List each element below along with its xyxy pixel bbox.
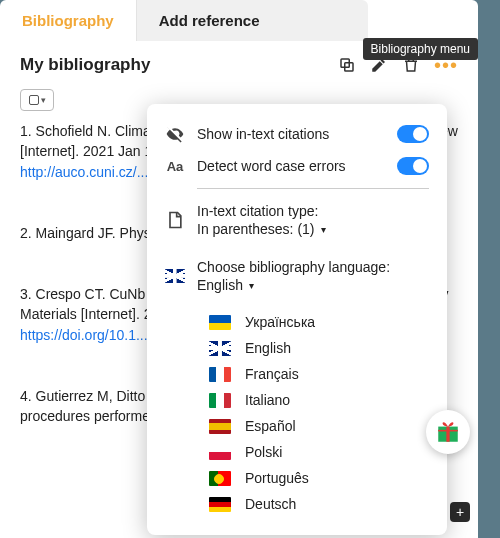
menu-detect-case-label: Detect word case errors bbox=[197, 158, 385, 174]
flag-icon bbox=[209, 367, 231, 382]
flag-icon bbox=[165, 266, 185, 286]
copy-icon[interactable] bbox=[338, 56, 356, 74]
language-dropdown[interactable]: English ▾ bbox=[197, 277, 429, 293]
tab-bibliography[interactable]: Bibliography bbox=[0, 0, 136, 41]
language-name: Português bbox=[245, 470, 309, 486]
reference-link[interactable]: https://doi.org/10.1... bbox=[20, 327, 148, 343]
more-menu-icon[interactable]: ••• bbox=[434, 60, 458, 70]
language-name: Polski bbox=[245, 444, 282, 460]
menu-show-citations-label: Show in-text citations bbox=[197, 126, 385, 142]
language-option[interactable]: English bbox=[147, 335, 447, 361]
tab-add-reference[interactable]: Add reference bbox=[136, 0, 368, 41]
language-option[interactable]: Español bbox=[147, 413, 447, 439]
citation-type-label: In-text citation type: bbox=[197, 203, 429, 219]
language-name: Українська bbox=[245, 314, 315, 330]
flag-icon bbox=[209, 393, 231, 408]
chevron-down-icon: ▾ bbox=[321, 224, 326, 235]
language-name: Español bbox=[245, 418, 296, 434]
gift-button[interactable] bbox=[426, 410, 470, 454]
flag-icon bbox=[209, 445, 231, 460]
language-option[interactable]: Українська bbox=[147, 309, 447, 335]
flag-icon bbox=[209, 497, 231, 512]
tooltip-bib-menu: Bibliography menu bbox=[363, 38, 478, 60]
add-button[interactable]: + bbox=[450, 502, 470, 522]
toggle-show-citations[interactable] bbox=[397, 125, 429, 143]
language-option[interactable]: Français bbox=[147, 361, 447, 387]
citation-type-dropdown[interactable]: In parentheses: (1) ▾ bbox=[197, 221, 429, 237]
svg-rect-4 bbox=[446, 427, 449, 442]
text-case-icon: Aa bbox=[165, 156, 185, 176]
reference-link[interactable]: http://auco.cuni.cz/... bbox=[20, 164, 148, 180]
svg-rect-5 bbox=[438, 430, 458, 432]
language-option[interactable]: Deutsch bbox=[147, 491, 447, 517]
language-name: Italiano bbox=[245, 392, 290, 408]
chevron-down-icon: ▾ bbox=[249, 280, 254, 291]
toggle-detect-case[interactable] bbox=[397, 157, 429, 175]
document-icon bbox=[165, 210, 185, 230]
menu-divider bbox=[197, 188, 429, 189]
language-name: Français bbox=[245, 366, 299, 382]
eye-off-icon bbox=[165, 124, 185, 144]
flag-icon bbox=[209, 419, 231, 434]
language-option[interactable]: Português bbox=[147, 465, 447, 491]
bibliography-menu: Show in-text citations Aa Detect word ca… bbox=[147, 104, 447, 535]
language-option[interactable]: Italiano bbox=[147, 387, 447, 413]
flag-icon bbox=[209, 471, 231, 486]
flag-icon bbox=[209, 315, 231, 330]
flag-icon bbox=[209, 341, 231, 356]
language-option[interactable]: Polski bbox=[147, 439, 447, 465]
page-title: My bibliography bbox=[20, 55, 338, 75]
choose-language-label: Choose bibliography language: bbox=[197, 259, 429, 275]
language-name: English bbox=[245, 340, 291, 356]
language-name: Deutsch bbox=[245, 496, 296, 512]
select-all-checkbox[interactable]: ▾ bbox=[20, 89, 54, 111]
